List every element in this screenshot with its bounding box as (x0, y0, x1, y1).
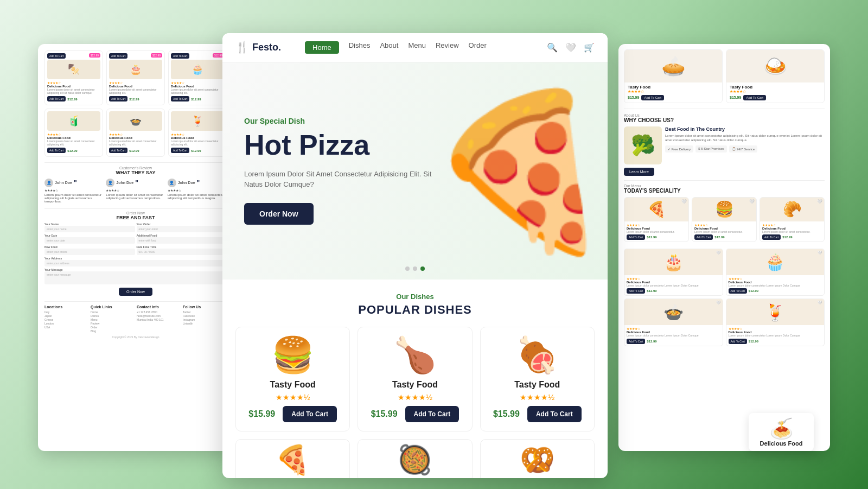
order-submit-button[interactable]: Order Now (119, 288, 152, 296)
add-to-cart-button[interactable]: Add To Cart (527, 406, 582, 422)
navbar: 🍴 Festo. Home Dishes About Menu Review O… (222, 33, 608, 62)
review-stars: ★★★★☆ (168, 188, 227, 192)
dish-card: 🍖 Tasty Food ★★★★½ $15.99 Add To Cart (480, 327, 595, 431)
product-body: ★★★★☆ Delicious Food Lorem ipsum dolor c… (624, 275, 723, 296)
add-btn[interactable]: Add To Cart (47, 96, 66, 101)
footer-col-title: Quick Links (91, 305, 135, 309)
add-to-cart-button[interactable]: Add To Cart (47, 53, 66, 59)
scene: Add To Cart $12.99 🍢 ★★★★☆ Delicious Foo… (22, 22, 846, 467)
hero-dot-1[interactable] (405, 266, 410, 271)
new-food-input[interactable]: enter your orders (44, 249, 135, 255)
hero-dots (405, 266, 425, 271)
heart-icon[interactable]: 🤍 (716, 251, 721, 255)
why-heading: WHY CHOOSE US? (624, 117, 825, 123)
product-desc: Lorem ipsum dolor consectetur Lorem ipsu… (729, 334, 822, 338)
heart-icon[interactable]: 🤍 (818, 301, 822, 305)
food-body: Tasty Food ★★★★☆ $15.99 Add To Cart (624, 82, 722, 103)
food-price: $15.99 (730, 96, 741, 99)
reviewer-name: John Doe (55, 181, 72, 185)
food-input[interactable]: enter with food (137, 237, 227, 244)
add-to-cart-button[interactable]: Add To Cart (729, 339, 747, 344)
center-panel: 🍴 Festo. Home Dishes About Menu Review O… (222, 33, 608, 478)
heart-icon[interactable]: 🤍 (749, 199, 755, 204)
spec-card-body: ★★★★☆ Delicious Food Lorem ipsum dolor s… (624, 221, 688, 242)
form-group: Additional Food enter with food (137, 234, 227, 244)
cart-icon[interactable]: 🛒 (584, 42, 595, 53)
product-bottom: Add To Cart $12.99 (729, 339, 822, 344)
heart-icon[interactable]: 🤍 (681, 199, 687, 204)
add-to-cart-button[interactable]: Add To Cart (762, 234, 781, 240)
delicious-food-name: Delicious Food (753, 440, 809, 447)
nav-order[interactable]: Order (469, 41, 487, 54)
product-desc: Lorem ipsum dolor sit amet consectetur a… (171, 88, 224, 95)
footer-col-title: Locations (44, 305, 88, 309)
learn-more-button[interactable]: Learn More (624, 168, 654, 176)
delicious-food-card: 🍝 Delicious Food (749, 413, 814, 451)
right-product-card: 🍲🤍 ★★★★☆ Delicious Food Lorem ipsum dolo… (624, 299, 723, 346)
review-text: Lorem ipsum dolor sit amet consectetur a… (106, 193, 165, 200)
dish-bottom: $15.99 Add To Cart (487, 406, 588, 422)
add-to-cart-button[interactable]: Add To Cart (743, 95, 766, 100)
dish-card: 🍗 Tasty Food ★★★★½ $15.99 Add To Cart (358, 327, 472, 431)
date-final-input[interactable]: 00 / 00 / 0000 (137, 249, 227, 255)
dish-image: 🥘 (397, 443, 432, 477)
form-label: Your Date (44, 234, 135, 237)
right-panel: 🥧 Tasty Food ★★★★☆ $15.99 Add To Cart 🍛 … (618, 44, 830, 451)
add-to-cart-button[interactable]: Add To Cart (729, 288, 747, 294)
review-section: Customer's Review WHAT THEY SAY 👤 John D… (44, 162, 227, 206)
nav-about[interactable]: About (380, 41, 398, 54)
spec-desc: Lorem ipsum dolor sit amet consectetur. (762, 230, 822, 233)
product-stars: ★★★★☆ (109, 132, 162, 136)
product-image: 🎂🤍 (624, 249, 723, 275)
food-stars: ★★★★☆ (730, 90, 821, 94)
food-stars: ★★★★☆ (628, 90, 719, 94)
left-product-card: 🍲 ★★★★☆ Delicious Food Lorem ipsum dolor… (106, 109, 165, 157)
order-input[interactable]: enter your order (137, 226, 227, 232)
product-stars: ★★★★☆ (171, 81, 224, 85)
product-image: 🍲 (109, 111, 162, 131)
add-to-cart-button[interactable]: Add To Cart (405, 406, 459, 422)
food-image: 🥧 (624, 50, 722, 82)
product-image: 🍲🤍 (624, 299, 723, 325)
quote-icon: " (74, 179, 77, 187)
nav-menu[interactable]: Menu (408, 41, 426, 54)
feature-service: ⌚ 24/7 Service (729, 145, 757, 153)
add-to-cart-button[interactable]: Add To Cart (641, 95, 664, 100)
product-body: ★★★★☆ Delicious Food Lorem ipsum dolor c… (624, 325, 723, 346)
heart-icon[interactable]: 🤍 (817, 199, 822, 204)
product-bottom: Add To Cart $12.99 (627, 288, 720, 294)
spec-desc: Lorem ipsum dolor sit amet consectetur. (627, 230, 686, 233)
name-input[interactable]: enter your name (44, 226, 135, 232)
product-desc: Lorem ipsum dolor consectetur Lorem ipsu… (627, 284, 720, 288)
message-input[interactable]: enter your message (44, 271, 227, 284)
heart-icon[interactable]: 🤍 (818, 251, 822, 255)
add-to-cart-button[interactable]: Add To Cart (694, 234, 713, 240)
heart-icon[interactable]: 🤍 (716, 301, 721, 305)
hero-dot-3[interactable] (420, 266, 425, 271)
footer-locations: Locations Italy Japan Greece London USA (44, 305, 88, 333)
add-to-cart-button[interactable]: Add To Cart (283, 406, 337, 422)
nav-dishes[interactable]: Dishes (349, 41, 371, 54)
add-to-cart-button[interactable]: Add To Cart (171, 53, 189, 59)
footer: Locations Italy Japan Greece London USA … (44, 301, 227, 333)
product-image: 🍹🤍 (726, 299, 825, 325)
spec-card-image: 🍔 (692, 198, 756, 221)
product-image: 🧃 (47, 111, 100, 131)
order-now-button[interactable]: Order Now (244, 203, 314, 225)
quote-icon: " (197, 179, 200, 187)
date-input[interactable]: enter your date (44, 237, 135, 244)
search-icon[interactable]: 🔍 (547, 42, 558, 53)
wishlist-icon[interactable]: 🤍 (565, 42, 576, 53)
add-to-cart-button[interactable]: Add To Cart (109, 53, 127, 59)
dish-name: Tasty Food (365, 380, 465, 390)
nav-home[interactable]: Home (305, 41, 339, 54)
review-text: Lorem ipsum dolor sit amet consectetur a… (168, 193, 227, 200)
right-product-card: 🍹🤍 ★★★★☆ Delicious Food Lorem ipsum dolo… (726, 299, 825, 346)
hero-dot-2[interactable] (413, 266, 417, 271)
add-to-cart-button[interactable]: Add To Cart (627, 288, 645, 294)
product-bottom: Add To Cart $12.99 (47, 148, 100, 154)
add-to-cart-button[interactable]: Add To Cart (627, 339, 645, 344)
address-input[interactable]: enter your address (44, 260, 227, 266)
nav-review[interactable]: Review (436, 41, 459, 54)
add-to-cart-button[interactable]: Add To Cart (627, 234, 645, 240)
